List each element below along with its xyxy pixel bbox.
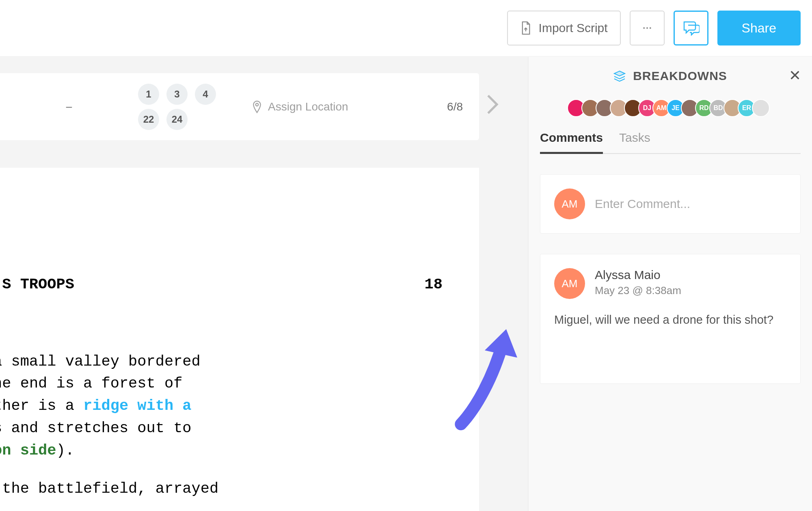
scene-chip[interactable]: 1 — [138, 84, 159, 105]
close-panel-button[interactable] — [789, 67, 801, 84]
tag-cyan: ridge with a — [83, 397, 191, 414]
scene-chip[interactable]: 24 — [166, 109, 188, 130]
close-icon — [789, 69, 801, 81]
current-user-avatar: AM — [554, 188, 585, 219]
scene-chip[interactable]: 22 — [138, 109, 159, 130]
team-avatars: DJAMJERDBDER — [540, 99, 801, 117]
svg-point-2 — [649, 27, 651, 29]
comment-body: Miguel, will we need a drone for this sh… — [554, 311, 786, 329]
share-label: Share — [742, 21, 776, 36]
team-avatar[interactable] — [752, 99, 770, 117]
page-indicator: 6/8 — [447, 100, 463, 113]
dots-horizontal-icon — [643, 26, 652, 30]
scene-dash: – — [0, 100, 138, 113]
script-text: ). — [56, 442, 74, 459]
slugline-text: TTLEFIELD - JON'S TROOPS — [0, 273, 74, 296]
comment-input[interactable]: Enter Comment... — [595, 197, 690, 211]
breakdowns-panel: BREAKDOWNS DJAMJERDBDER Comments Tasks A… — [528, 57, 812, 511]
panel-title: BREAKDOWNS — [633, 69, 727, 83]
scene-bar: – 1 3 4 22 24 Assign Location 6/8 — [0, 73, 479, 140]
chevron-right-icon — [486, 93, 499, 115]
scene-chip-list: 1 3 4 22 24 — [138, 84, 219, 130]
import-script-label: Import Script — [539, 21, 608, 35]
script-text: . At one end is a forest of — [0, 375, 182, 392]
panel-header: BREAKDOWNS — [540, 69, 801, 90]
share-button[interactable]: Share — [717, 11, 801, 45]
svg-point-1 — [646, 27, 648, 29]
import-script-button[interactable]: Import Script — [507, 11, 621, 45]
script-text: side). At the other is a — [0, 397, 83, 414]
assign-location-button[interactable]: Assign Location — [252, 100, 348, 114]
comment-input-card: AM Enter Comment... — [540, 174, 801, 234]
top-toolbar: Import Script Share — [0, 0, 812, 57]
location-pin-icon — [252, 100, 262, 114]
comment-date: May 23 @ 8:38am — [595, 284, 681, 297]
script-text: that plateaus and stretches out to — [0, 420, 192, 437]
document-upload-icon — [520, 21, 531, 35]
next-scene-button[interactable] — [486, 93, 499, 120]
tab-comments[interactable]: Comments — [540, 131, 603, 154]
chat-icon — [682, 20, 700, 36]
assign-location-label: Assign Location — [268, 100, 348, 113]
comment-author-avatar: AM — [554, 268, 585, 299]
script-page: TTLEFIELD - JON'S TROOPS 18 tards begins… — [0, 168, 479, 511]
slugline-number: 18 — [425, 273, 443, 296]
more-button[interactable] — [630, 11, 665, 45]
scene-chip[interactable]: 3 — [166, 84, 188, 105]
comment-author: Alyssa Maio — [595, 268, 681, 282]
scene-chip[interactable]: 4 — [195, 84, 216, 105]
script-text: on their end of the battlefield, arrayed — [0, 480, 218, 497]
svg-point-0 — [643, 27, 645, 29]
layers-icon — [613, 70, 626, 82]
chat-button[interactable] — [674, 11, 708, 45]
main-area: – 1 3 4 22 24 Assign Location 6/8 TTLEFI… — [0, 57, 528, 511]
svg-point-3 — [256, 103, 259, 106]
script-text: out 400m long, a small valley bordered — [0, 353, 201, 370]
comment-card: AM Alyssa Maio May 23 @ 8:38am Miguel, w… — [540, 254, 801, 384]
tab-tasks[interactable]: Tasks — [619, 131, 650, 153]
panel-tabs: Comments Tasks — [540, 131, 801, 154]
tag-green: Bolton side — [0, 442, 56, 459]
